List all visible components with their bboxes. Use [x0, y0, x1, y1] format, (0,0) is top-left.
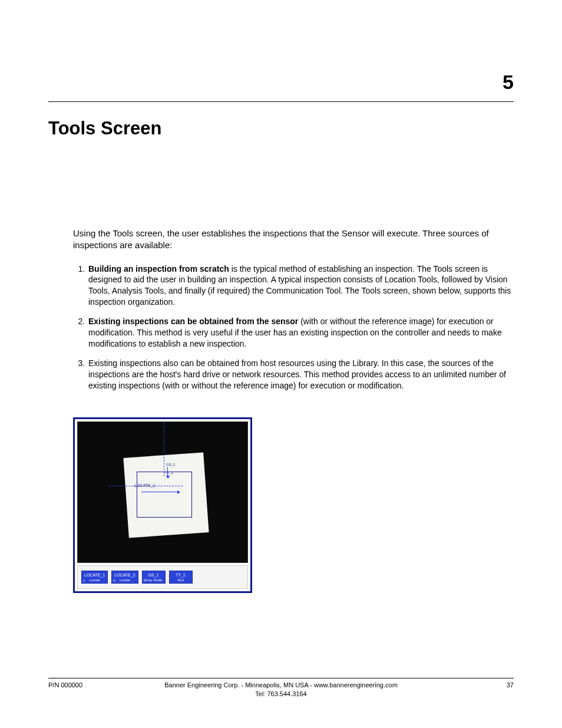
overlay-label-locate: LOCATE_1: [134, 483, 155, 487]
top-rule: [48, 101, 514, 102]
roi-rectangle: [137, 472, 192, 518]
source-item-1: Building an inspection from scratch is t…: [87, 263, 514, 308]
tool-strip: LOCATE_1 Locate A LOCATE_2 Locate R GS_1…: [77, 565, 248, 589]
sources-list: Building an inspection from scratch is t…: [73, 263, 514, 391]
tool-button-label: LOCATE_1: [84, 573, 105, 577]
main-content: Tools Screen Using the Tools screen, the…: [48, 118, 514, 593]
source-item-1-bold: Building an inspection from scratch: [88, 264, 229, 274]
source-item-2-bold: Existing inspections can be obtained fro…: [88, 317, 298, 326]
chapter-number: 5: [503, 71, 514, 94]
tool-button-sub: Gray Scale: [145, 578, 163, 582]
tool-button-corner: R: [144, 579, 146, 582]
tool-button-label: LOCATE_2: [114, 573, 135, 577]
tool-button-tt-1[interactable]: TT_1 Test: [169, 571, 193, 584]
page-title: Tools Screen: [48, 118, 514, 139]
source-item-3: Existing inspections also can be obtaine…: [87, 358, 514, 391]
horizontal-arrow: [141, 492, 178, 492]
bottom-rule: [48, 678, 514, 678]
tool-button-sub: Locate: [84, 578, 105, 582]
footer-center-line1: Banner Engineering Corp. - Minneapolis, …: [164, 681, 398, 689]
footer-page-number: 37: [507, 681, 514, 690]
tool-button-sub: Locate: [114, 578, 135, 582]
tool-button-locate-2[interactable]: LOCATE_2 Locate R: [111, 571, 138, 584]
overlay-label-gs: GS_1: [166, 463, 175, 466]
overlay-label-tt: TT_1: [165, 471, 173, 475]
tool-button-gs-1[interactable]: GS_1 Gray Scale R: [142, 571, 166, 584]
tool-button-corner: A: [83, 579, 85, 582]
tool-button-corner: R: [113, 579, 115, 582]
figure-image-area: LOCATE_1 GS_1 TT_1: [77, 421, 248, 563]
tool-button-label: TT_1: [176, 573, 185, 577]
intro-paragraph: Using the Tools screen, the user establi…: [73, 228, 514, 252]
source-item-3-text: Existing inspections also can be obtaine…: [88, 358, 506, 390]
tools-screen-figure: LOCATE_1 GS_1 TT_1 LOCATE_1 Locate A LOC…: [73, 417, 252, 593]
tool-button-sub: Test: [172, 578, 190, 582]
source-item-2: Existing inspections can be obtained fro…: [87, 316, 514, 350]
tool-button-label: GS_1: [148, 573, 159, 577]
page-footer: P/N 000000 Banner Engineering Corp. - Mi…: [48, 681, 514, 699]
tool-button-locate-1[interactable]: LOCATE_1 Locate A: [81, 571, 108, 584]
footer-center-line2: Tel: 763.544.3164: [255, 690, 306, 697]
vertical-axis: [164, 422, 164, 476]
footer-part-number: P/N 000000: [48, 681, 82, 690]
